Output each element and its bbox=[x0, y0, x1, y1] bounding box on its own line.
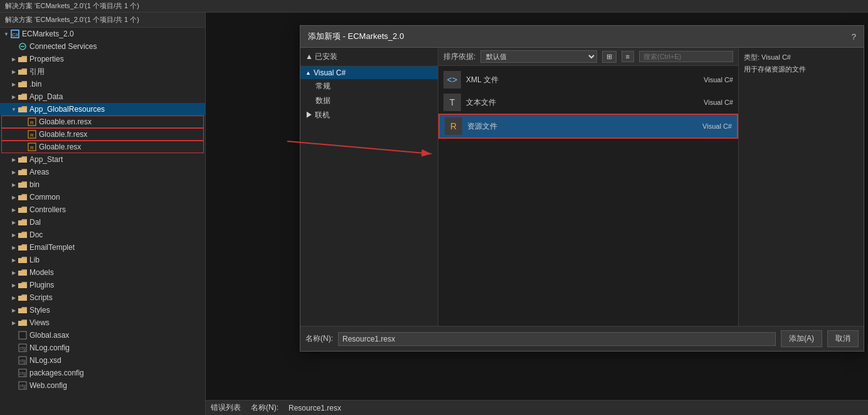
triangle-icon: ▲ bbox=[305, 70, 311, 76]
dialog-help-button[interactable]: ? bbox=[852, 32, 856, 41]
tree-item-properties[interactable]: Properties bbox=[0, 53, 205, 65]
name-label: 名称(N): bbox=[251, 402, 278, 413]
tree-icon-nlog_config: cfg bbox=[18, 343, 28, 353]
tree-item-packages_config[interactable]: cfgpackages.config bbox=[0, 367, 205, 379]
machine-item[interactable]: ▶ 联机 bbox=[300, 108, 438, 122]
tree-item-nlog_xsd[interactable]: cfgNLog.xsd bbox=[0, 354, 205, 367]
visual-csharp-item[interactable]: ▲ Visual C# bbox=[300, 67, 438, 79]
tree-item-models[interactable]: Models bbox=[0, 266, 205, 279]
tree-label-lib: Lib bbox=[29, 256, 205, 264]
tree-icon-emailtemplet bbox=[18, 242, 28, 252]
tree-arrow-refs bbox=[10, 68, 18, 75]
tree-icon-plugins bbox=[18, 280, 28, 290]
grid-view-button[interactable]: ⊞ bbox=[602, 51, 617, 63]
tree-icon-web_config: cfg bbox=[18, 380, 28, 391]
tree-icon-properties bbox=[18, 54, 28, 64]
tree-arrow-dal bbox=[10, 218, 18, 226]
tree-item-nlog_config[interactable]: cfgNLog.config bbox=[0, 342, 205, 354]
tree-arrow-bin2 bbox=[10, 181, 18, 188]
tree-item-controllers[interactable]: Controllers bbox=[0, 203, 205, 216]
center-panel: 排序依据: 默认值 ⊞ ≡ <>XML 文件Visua bbox=[438, 48, 738, 326]
tree-icon-scripts bbox=[18, 293, 28, 303]
tree-arrow-ecmarkets bbox=[3, 30, 10, 38]
tree-icon-nlog_xsd: cfg bbox=[18, 355, 28, 365]
tree-icon-common bbox=[18, 192, 28, 202]
top-toolbar: 解决方案 'ECMarkets_2.0'(1 个项目/共 1 个) bbox=[0, 0, 868, 13]
tree-item-plugins[interactable]: Plugins bbox=[0, 279, 205, 291]
cancel-button[interactable]: 取消 bbox=[827, 330, 859, 347]
svg-text:R: R bbox=[30, 120, 34, 126]
file-icon-2: R bbox=[445, 117, 462, 135]
tree-item-views[interactable]: Views bbox=[0, 316, 205, 329]
file-category-2: Visual C# bbox=[702, 122, 732, 130]
normal-item[interactable]: 常规 bbox=[300, 79, 438, 94]
svg-text:R: R bbox=[30, 145, 34, 151]
tree-item-app_data[interactable]: App_Data bbox=[0, 90, 205, 103]
tree-item-connected[interactable]: Connected Services bbox=[0, 40, 205, 53]
tree-item-bin2[interactable]: bin bbox=[0, 178, 205, 191]
tree-icon-bin2 bbox=[18, 180, 28, 190]
tree-item-scripts[interactable]: Scripts bbox=[0, 291, 205, 304]
tree-label-doc: Doc bbox=[29, 230, 205, 239]
tree-item-areas[interactable]: Areas bbox=[0, 166, 205, 178]
svg-text:C#: C# bbox=[12, 32, 19, 38]
tree-icon-models bbox=[18, 267, 28, 278]
description-value: 用于存储资源的文件 bbox=[744, 65, 859, 74]
tree-arrow-app_start bbox=[10, 156, 18, 163]
tree-label-views: Views bbox=[29, 318, 205, 327]
search-input[interactable] bbox=[639, 51, 733, 62]
tree-item-web_config[interactable]: cfgWeb.config bbox=[0, 379, 205, 392]
sidebar-header: 解决方案 'ECMarkets_2.0'(1 个项目/共 1 个) bbox=[0, 13, 205, 28]
errors-label: 错误列表 bbox=[211, 402, 241, 413]
tree-item-app_globalres[interactable]: App_GlobalResources bbox=[0, 103, 205, 116]
bottom-bar: 错误列表 名称(N): Resource1.resx bbox=[206, 400, 868, 415]
tree-item-app_start[interactable]: App_Start bbox=[0, 153, 205, 166]
tree-item-refs[interactable]: 引用 bbox=[0, 65, 205, 78]
file-icon-0: <> bbox=[443, 71, 461, 89]
data-item[interactable]: 数据 bbox=[300, 94, 438, 108]
tree-item-gloable_en[interactable]: RGloable.en.resx bbox=[1, 116, 204, 128]
file-row-2[interactable]: R资源文件Visual C# bbox=[438, 114, 738, 139]
tree-icon-bin bbox=[18, 79, 28, 89]
tree-label-app_start: App_Start bbox=[29, 155, 205, 164]
tree-icon-app_data bbox=[18, 92, 28, 102]
file-category-0: Visual C# bbox=[704, 76, 733, 84]
dialog-body: ▲ 已安装 ▲ Visual C# 常规 数据 ▶ bbox=[300, 48, 864, 326]
file-row-0[interactable]: <>XML 文件Visual C# bbox=[438, 68, 738, 91]
tree-icon-connected bbox=[18, 41, 28, 51]
tree-item-doc[interactable]: Doc bbox=[0, 229, 205, 241]
tree-arrow-app_globalres bbox=[10, 105, 18, 113]
tree-item-styles[interactable]: Styles bbox=[0, 304, 205, 316]
tree-label-global_asax: Global.asax bbox=[29, 331, 205, 340]
tree-item-gloable[interactable]: RGloable.resx bbox=[1, 141, 204, 153]
tree-item-emailtemplet[interactable]: EmailTemplet bbox=[0, 241, 205, 254]
tree-item-gloable_fr[interactable]: RGloable.fr.resx bbox=[1, 128, 204, 141]
tree-item-common[interactable]: Common bbox=[0, 191, 205, 203]
filename-input[interactable] bbox=[338, 332, 776, 346]
list-view-button[interactable]: ≡ bbox=[622, 51, 634, 62]
add-button[interactable]: 添加(A) bbox=[781, 330, 822, 347]
sort-select[interactable]: 默认值 bbox=[480, 50, 596, 63]
tree-item-dal[interactable]: Dal bbox=[0, 216, 205, 229]
tree-arrow-models bbox=[10, 269, 18, 276]
svg-text:R: R bbox=[30, 132, 34, 138]
tree-item-lib[interactable]: Lib bbox=[0, 254, 205, 266]
tree-arrow-nlog_config bbox=[10, 344, 18, 352]
svg-rect-10 bbox=[19, 331, 26, 339]
file-row-1[interactable]: T文本文件Visual C# bbox=[438, 91, 738, 114]
tree-arrow-bin bbox=[10, 80, 18, 88]
tree-label-refs: 引用 bbox=[29, 67, 205, 77]
tree-arrow-lib bbox=[10, 256, 18, 264]
svg-text:cfg: cfg bbox=[19, 358, 25, 364]
tree-arrow-areas bbox=[10, 168, 18, 176]
tree-arrow-global_asax bbox=[10, 331, 18, 339]
tree-item-bin[interactable]: .bin bbox=[0, 78, 205, 90]
tree-label-emailtemplet: EmailTemplet bbox=[29, 243, 205, 252]
tree-item-ecmarkets[interactable]: C#ECMarkets_2.0 bbox=[0, 28, 205, 40]
tree-item-global_asax[interactable]: Global.asax bbox=[0, 329, 205, 342]
data-label: 数据 bbox=[315, 95, 331, 106]
tree-icon-packages_config: cfg bbox=[18, 368, 28, 378]
tree-label-common: Common bbox=[29, 193, 205, 202]
solution-explorer: 解决方案 'ECMarkets_2.0'(1 个项目/共 1 个) C#ECMa… bbox=[0, 13, 206, 415]
tree-label-ecmarkets: ECMarkets_2.0 bbox=[22, 30, 205, 38]
